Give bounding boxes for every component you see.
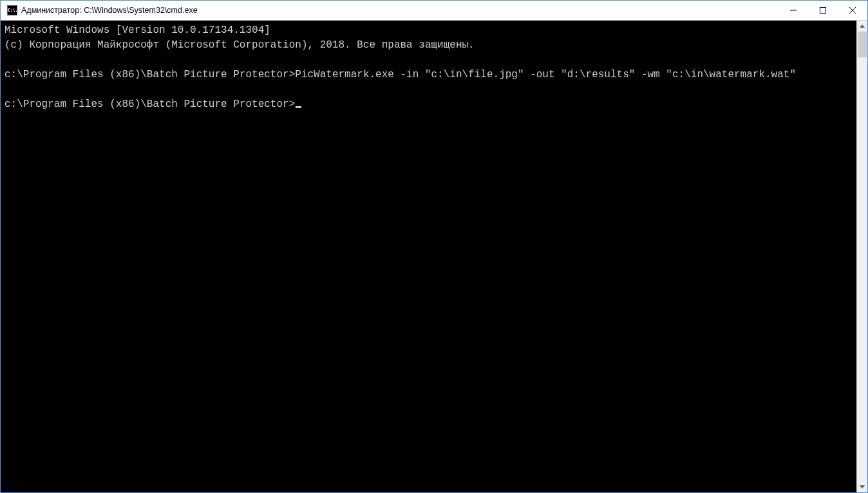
vertical-scrollbar[interactable] [856,21,867,492]
window-controls [778,1,867,20]
current-prompt: c:\Program Files (x86)\Batch Picture Pro… [5,98,295,110]
titlebar[interactable]: C:\. Администратор: C:\Windows\System32\… [1,1,867,21]
scroll-track[interactable] [857,32,867,481]
scroll-up-button[interactable] [857,21,867,32]
close-button[interactable] [838,1,867,20]
banner-version: Microsoft Windows [Version 10.0.17134.13… [5,23,855,38]
window-title: Администратор: C:\Windows\System32\cmd.e… [21,6,778,15]
minimize-button[interactable] [778,1,808,20]
maximize-button[interactable] [808,1,838,20]
svg-rect-0 [820,8,826,14]
banner-copyright: (c) Корпорация Майкрософт (Microsoft Cor… [5,38,855,53]
cmd-icon: C:\. [7,5,17,15]
command-line: c:\Program Files (x86)\Batch Picture Pro… [5,68,855,82]
blank-line [5,53,855,68]
blank-line [5,82,855,97]
cmd-window: C:\. Администратор: C:\Windows\System32\… [0,0,868,493]
scroll-thumb[interactable] [858,32,867,57]
console-output[interactable]: Microsoft Windows [Version 10.0.17134.13… [1,21,856,492]
cursor-icon [296,106,301,108]
scroll-down-button[interactable] [857,481,867,492]
client-area: Microsoft Windows [Version 10.0.17134.13… [1,21,867,492]
